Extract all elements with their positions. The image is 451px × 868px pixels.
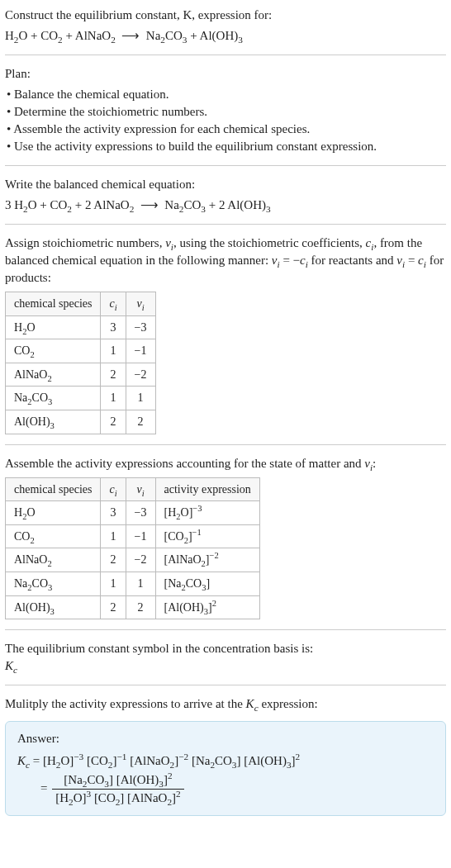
multiply-heading: Mulitply the activity expressions to arr… — [5, 695, 446, 713]
table-row: Na2CO3 1 1 [Na2CO3] — [6, 572, 260, 595]
kc-symbol-line1: The equilibrium constant symbol in the c… — [5, 640, 446, 657]
balanced-section: Write the balanced chemical equation: 3 … — [5, 176, 446, 225]
cell-activity: [AlNaO2]−2 — [155, 548, 259, 572]
intro-heading-text: Construct the equilibrium constant, K, e… — [5, 8, 272, 21]
cell-ci: 2 — [101, 548, 126, 572]
cell-vi: 1 — [126, 387, 155, 410]
cell-ci: 1 — [101, 524, 126, 548]
cell-species: Al(OH)3 — [6, 595, 101, 619]
balanced-heading: Write the balanced chemical equation: — [5, 176, 446, 193]
table-row: Al(OH)3 2 2 — [6, 410, 156, 434]
table-row: AlNaO2 2 −2 [AlNaO2]−2 — [6, 548, 260, 572]
table-row: Na2CO3 1 1 — [6, 387, 156, 410]
col-species: chemical species — [6, 477, 101, 501]
table-row: H2O 3 −3 [H2O]−3 — [6, 501, 260, 525]
stoich-table: chemical species ci νi H2O 3 −3 CO2 1 −1… — [5, 292, 156, 434]
cell-vi: 2 — [126, 595, 155, 619]
answer-line1-text: Kc = [H2O]−3 [CO2]−1 [AlNaO2]−2 [Na2CO3]… — [17, 754, 300, 767]
plan-item: Use the activity expressions to build th… — [7, 138, 446, 155]
plan-item: Balance the chemical equation. — [7, 86, 446, 103]
table-row: H2O 3 −3 — [6, 315, 156, 339]
cell-species: Na2CO3 — [6, 572, 101, 595]
cell-ci: 3 — [101, 315, 126, 339]
cell-ci: 1 — [101, 339, 126, 363]
cell-ci: 2 — [101, 595, 126, 619]
cell-species: H2O — [6, 315, 101, 339]
intro-equation: H2O + CO2 + AlNaO2 ⟶ Na2CO3 + Al(OH)3 — [5, 27, 446, 45]
col-ci: ci — [101, 477, 126, 501]
cell-species: AlNaO2 — [6, 363, 101, 387]
cell-species: Al(OH)3 — [6, 410, 101, 434]
cell-vi: −1 — [126, 339, 155, 363]
kc-symbol-section: The equilibrium constant symbol in the c… — [5, 640, 446, 685]
kc-symbol-line2: Kc — [5, 657, 446, 675]
cell-vi: −2 — [126, 548, 155, 572]
col-vi: νi — [126, 292, 155, 316]
plan-section: Plan: Balance the chemical equation. Det… — [5, 65, 446, 166]
fraction-denominator: [H2O]3 [CO2] [AlNaO2]2 — [52, 790, 183, 807]
stoich-heading: Assign stoichiometric numbers, νi, using… — [5, 235, 446, 287]
intro-heading: Construct the equilibrium constant, K, e… — [5, 7, 446, 24]
cell-ci: 1 — [101, 387, 126, 410]
col-activity: activity expression — [155, 477, 259, 501]
fraction-numerator: [Na2CO3] [Al(OH)3]2 — [52, 771, 183, 790]
table-row: CO2 1 −1 — [6, 339, 156, 363]
cell-activity: [H2O]−3 — [155, 501, 259, 525]
plan-item: Determine the stoichiometric numbers. — [7, 103, 446, 121]
table-header-row: chemical species ci νi — [6, 292, 156, 316]
cell-species: H2O — [6, 501, 101, 525]
cell-vi: −1 — [126, 524, 155, 548]
plan-heading: Plan: — [5, 65, 446, 83]
col-species: chemical species — [6, 292, 101, 316]
multiply-section: Mulitply the activity expressions to arr… — [5, 695, 446, 716]
cell-ci: 1 — [101, 572, 126, 595]
col-ci: ci — [101, 292, 126, 316]
cell-species: AlNaO2 — [6, 548, 101, 572]
cell-activity: [Al(OH)3]2 — [155, 595, 259, 619]
cell-activity: [CO2]−1 — [155, 524, 259, 548]
cell-activity: [Na2CO3] — [155, 572, 259, 595]
answer-box: Answer: Kc = [H2O]−3 [CO2]−1 [AlNaO2]−2 … — [5, 721, 446, 816]
cell-ci: 3 — [101, 501, 126, 525]
cell-vi: −3 — [126, 501, 155, 525]
table-header-row: chemical species ci νi activity expressi… — [6, 477, 260, 501]
cell-vi: −2 — [126, 363, 155, 387]
activity-section: Assemble the activity expressions accoun… — [5, 455, 446, 631]
answer-line2: = [Na2CO3] [Al(OH)3]2 [H2O]3 [CO2] [AlNa… — [17, 771, 434, 807]
answer-line1: Kc = [H2O]−3 [CO2]−1 [AlNaO2]−2 [Na2CO3]… — [17, 752, 434, 770]
intro-section: Construct the equilibrium constant, K, e… — [5, 7, 446, 55]
cell-species: CO2 — [6, 524, 101, 548]
table-row: AlNaO2 2 −2 — [6, 363, 156, 387]
plan-list: Balance the chemical equation. Determine… — [5, 86, 446, 155]
balanced-equation: 3 H2O + CO2 + 2 AlNaO2 ⟶ Na2CO3 + 2 Al(O… — [5, 197, 446, 214]
activity-heading: Assemble the activity expressions accoun… — [5, 455, 446, 472]
activity-table: chemical species ci νi activity expressi… — [5, 477, 260, 620]
table-row: CO2 1 −1 [CO2]−1 — [6, 524, 260, 548]
plan-item: Assemble the activity expression for eac… — [7, 121, 446, 138]
answer-fraction: [Na2CO3] [Al(OH)3]2 [H2O]3 [CO2] [AlNaO2… — [52, 771, 183, 807]
cell-vi: 2 — [126, 410, 155, 434]
cell-species: Na2CO3 — [6, 387, 101, 410]
stoich-section: Assign stoichiometric numbers, νi, using… — [5, 235, 446, 445]
answer-label: Answer: — [17, 730, 434, 747]
cell-vi: 1 — [126, 572, 155, 595]
cell-ci: 2 — [101, 410, 126, 434]
cell-vi: −3 — [126, 315, 155, 339]
table-row: Al(OH)3 2 2 [Al(OH)3]2 — [6, 595, 260, 619]
col-vi: νi — [126, 477, 155, 501]
cell-species: CO2 — [6, 339, 101, 363]
cell-ci: 2 — [101, 363, 126, 387]
